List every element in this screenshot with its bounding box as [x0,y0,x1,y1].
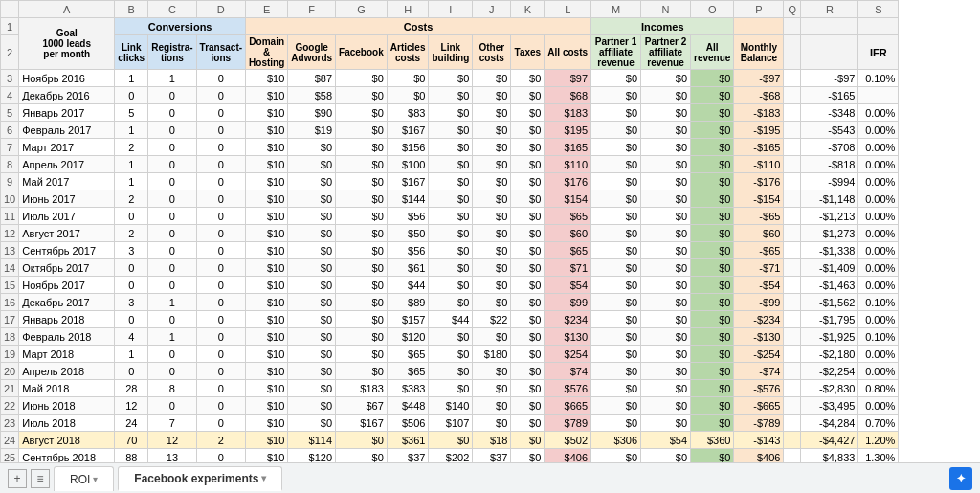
col-header-A: A [19,1,115,18]
cell: $0 [591,173,641,190]
cell: $0 [429,346,473,363]
cell [784,87,801,104]
cell: $0 [641,328,691,346]
cell: $0 [511,156,545,173]
subheader-balance: MonthlyBalance [734,35,784,70]
cell: $0 [641,139,691,156]
cell: $0 [691,190,734,208]
cell: 2 [196,432,245,449]
cell: $54 [641,432,691,449]
cell: 0 [196,225,245,242]
cell [858,87,899,104]
goal-cell: Goal1000 leadsper month [19,18,115,70]
table-row: 14Октябрь 2017000$10$0$0$61$0$0$0$71$0$0… [1,259,899,277]
cell: $140 [429,397,473,415]
cell: $0 [387,70,429,87]
cell: $0 [691,380,734,397]
cell: -$60 [734,225,784,242]
cell: 0 [196,277,245,294]
cell: 13 [1,242,19,259]
inc-group-header: Incomes [591,18,734,35]
cell: $10 [246,432,288,449]
cell: $61 [387,259,429,277]
cell [784,225,801,242]
cell: -$97 [801,70,858,87]
cell: $0 [691,397,734,415]
cell: 0.00% [858,104,899,122]
cell: $202 [429,449,473,463]
tab-facebook-label: Facebook experiments [134,472,258,485]
cell [784,363,801,380]
cell: $0 [641,70,691,87]
cell: $0 [591,328,641,346]
cell [784,397,801,415]
cell: -$97 [734,70,784,87]
cell: 20 [1,363,19,380]
explore-icon[interactable]: ✦ [949,467,972,490]
cell: $154 [545,190,591,208]
cell: $0 [473,104,511,122]
cell: $0 [473,415,511,432]
cell: -$818 [801,156,858,173]
table-row: 16Декабрь 2017310$10$0$0$89$0$0$0$99$0$0… [1,294,899,311]
cell: Ноябрь 2017 [19,277,115,294]
cell: Май 2017 [19,173,115,190]
cell: $100 [387,156,429,173]
cell: 0 [148,311,196,328]
cell: $0 [691,225,734,242]
cell: $18 [473,432,511,449]
cell: $0 [591,208,641,225]
cell: $65 [387,346,429,363]
cell: 0 [196,70,245,87]
cell: 11 [1,208,19,225]
row-num-1: 1 [1,18,19,35]
cell: 21 [1,380,19,397]
cell: 0 [196,415,245,432]
cell: $65 [545,242,591,259]
cell: -$1,148 [801,190,858,208]
cell: $67 [336,397,388,415]
cell: 14 [1,259,19,277]
sheets-list-button[interactable]: ≡ [31,469,50,488]
cell: $0 [288,259,336,277]
col-header-D: D [196,1,245,18]
cell: -$789 [734,415,784,432]
add-sheet-button[interactable]: + [8,469,27,488]
cell: 0.00% [858,259,899,277]
cell: -$708 [801,139,858,156]
cell: $0 [691,104,734,122]
table-row: 25Сентябрь 201888130$10$120$0$37$202$37$… [1,449,899,463]
tab-roi[interactable]: ROI ▾ [54,466,114,491]
cell: $0 [691,87,734,104]
cell: 1 [115,70,148,87]
subheader-taxes: Taxes [511,35,545,70]
cell: -$176 [734,173,784,190]
cell: $306 [591,432,641,449]
cell: -$406 [734,449,784,463]
cell: 2 [115,190,148,208]
cell: 7 [148,415,196,432]
cell: -$165 [801,87,858,104]
cell: 1 [148,70,196,87]
cell: -$1,925 [801,328,858,346]
cell: $0 [641,380,691,397]
cell: $0 [336,346,388,363]
cell: $0 [641,156,691,173]
cell: 0.00% [858,397,899,415]
cell: 0 [196,449,245,463]
cell: 0 [196,139,245,156]
cell: $502 [545,432,591,449]
cell: $37 [387,449,429,463]
cell [784,208,801,225]
cell: $0 [336,87,388,104]
cell: $0 [641,277,691,294]
cell: $0 [691,328,734,346]
cell: $0 [288,208,336,225]
tab-facebook-experiments[interactable]: Facebook experiments ▾ [118,466,282,491]
cell: $10 [246,259,288,277]
cell: 18 [1,328,19,346]
cell: 1 [115,346,148,363]
col-header-H: H [387,1,429,18]
cell: 88 [115,449,148,463]
cell: 12 [148,432,196,449]
